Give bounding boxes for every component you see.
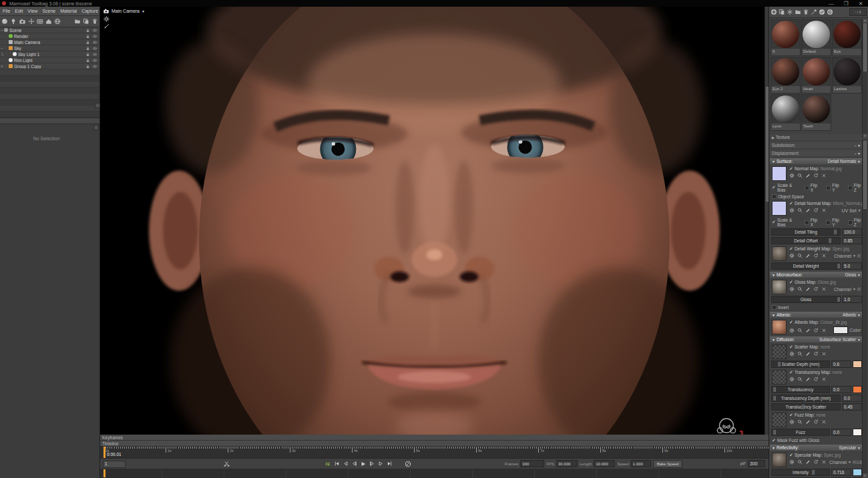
- clear-icon[interactable]: [821, 253, 827, 258]
- timeline-header[interactable]: Timeline: [100, 441, 769, 447]
- pencil-icon[interactable]: [805, 253, 811, 258]
- minimize-button[interactable]: —: [824, 0, 839, 7]
- material-sphere-thumbnail[interactable]: [803, 58, 830, 85]
- material-item[interactable]: Lens: [771, 94, 801, 131]
- clear-icon[interactable]: [821, 208, 827, 213]
- channel-dropdown[interactable]: Channel▼R: [834, 254, 861, 258]
- mask-fuzz-checkbox[interactable]: ✓Mask Fuzz with Gloss: [772, 438, 819, 443]
- albedo-map-thumbnail[interactable]: [772, 320, 787, 334]
- gear-icon[interactable]: [789, 459, 795, 465]
- lock-icon[interactable]: [85, 34, 90, 39]
- lock-icon[interactable]: [85, 46, 90, 51]
- transform-tool-icon[interactable]: [28, 18, 35, 25]
- material-sphere-thumbnail[interactable]: [803, 21, 830, 48]
- color-swatch[interactable]: [833, 326, 848, 334]
- duplicate-icon[interactable]: [83, 18, 89, 25]
- material-item[interactable]: Head: [801, 57, 831, 93]
- delete-icon[interactable]: [91, 18, 98, 25]
- open-folder-icon[interactable]: [74, 18, 81, 25]
- clear-icon[interactable]: [821, 351, 827, 356]
- keyframe-track[interactable]: [100, 469, 769, 478]
- map-label[interactable]: Albedo Map:: [795, 320, 819, 324]
- reload-icon[interactable]: [813, 253, 819, 258]
- map-label[interactable]: Scatter Map:: [795, 344, 819, 349]
- pencil-icon[interactable]: [805, 173, 811, 178]
- map-filename[interactable]: Colour_8k.jpg: [820, 320, 847, 324]
- detail-normal-map-thumbnail[interactable]: [772, 201, 787, 216]
- material-sphere-thumbnail[interactable]: [772, 95, 799, 123]
- reload-icon[interactable]: [813, 419, 819, 425]
- speed-input[interactable]: 1.000: [631, 460, 651, 467]
- delete-material-icon[interactable]: [787, 9, 793, 15]
- menu-item[interactable]: Scene: [42, 9, 55, 13]
- add-backdrop-icon[interactable]: [45, 18, 52, 25]
- skip-to-end-icon[interactable]: [387, 461, 393, 467]
- fuzz-slider[interactable]: Fuzz: [771, 429, 830, 436]
- map-label[interactable]: Fuzz Map:: [795, 413, 815, 417]
- material-name[interactable]: Lens: [771, 124, 800, 130]
- timeline-ruler[interactable]: 0s1s2s3s4s5s6s7s8s9s10s 0:00.01: [100, 447, 769, 459]
- material-pager[interactable]: - / ▲▼: [849, 8, 867, 16]
- material-item[interactable]: Eye 2: [771, 57, 801, 93]
- play-button-icon[interactable]: [360, 461, 367, 467]
- material-name[interactable]: Teeth: [802, 124, 831, 130]
- section-diffusion[interactable]: ▼ Diffusion: Subsurface Scatter ▼: [770, 336, 863, 342]
- material-sphere-thumbnail[interactable]: [803, 95, 830, 123]
- viewport-camera-selector[interactable]: Main Camera ▼: [103, 8, 145, 14]
- map-label[interactable]: Translucency Map:: [795, 370, 831, 375]
- scatter-map-thumbnail[interactable]: [772, 344, 787, 359]
- gear-icon[interactable]: [789, 351, 795, 356]
- collapse-arrow-icon[interactable]: ▼: [772, 446, 775, 450]
- add-sky-icon[interactable]: [54, 18, 61, 25]
- material-name[interactable]: Eye 2: [771, 86, 800, 93]
- playhead[interactable]: [103, 447, 105, 458]
- gloss-slider[interactable]: Gloss: [771, 296, 841, 303]
- current-frame-input[interactable]: 1: [103, 461, 126, 468]
- gear-icon[interactable]: [789, 377, 795, 382]
- apply-material-icon[interactable]: [819, 9, 825, 15]
- pencil-icon[interactable]: [805, 459, 811, 465]
- lock-icon[interactable]: [85, 28, 90, 33]
- collapse-arrow-icon[interactable]: ▼: [772, 273, 775, 277]
- fuzz-color-swatch[interactable]: [853, 429, 862, 436]
- scene-tree-row[interactable]: └ Sky Light 1: [0, 51, 99, 57]
- length-input[interactable]: 10.000: [594, 460, 615, 467]
- flip-x-checkbox[interactable]: Flip X: [805, 218, 819, 227]
- albedo-mode-dropdown[interactable]: Albedo: [843, 312, 856, 317]
- clear-icon[interactable]: [821, 286, 827, 292]
- flip-y-checkbox[interactable]: Flip Y: [826, 183, 840, 192]
- shadow-catcher-icon[interactable]: [37, 18, 43, 25]
- magnify-icon[interactable]: [797, 208, 803, 213]
- refresh-material-icon[interactable]: [827, 9, 833, 15]
- material-sphere-thumbnail[interactable]: [772, 58, 799, 85]
- section-displacement[interactable]: Displacement: - ▼: [770, 150, 863, 156]
- collapse-arrow-icon[interactable]: ▼: [772, 160, 775, 164]
- menu-item[interactable]: Capture: [81, 9, 98, 13]
- menu-item[interactable]: View: [27, 9, 37, 13]
- intensity-value[interactable]: 0.716: [831, 469, 851, 476]
- reload-icon[interactable]: [813, 208, 819, 213]
- section-reflectivity[interactable]: ▼ Reflectivity: Specular ▼: [770, 445, 863, 451]
- tree-scrollbar-corner[interactable]: [95, 103, 100, 108]
- reflectivity-mode-dropdown[interactable]: Specular: [839, 445, 857, 450]
- clear-icon[interactable]: [821, 459, 827, 465]
- tree-expander[interactable]: +: [0, 64, 4, 69]
- add-material-icon[interactable]: [771, 9, 777, 15]
- visibility-eye-icon[interactable]: [92, 52, 97, 57]
- scale-bias-checkbox[interactable]: ✓Scale & Bias: [772, 218, 797, 227]
- gear-icon[interactable]: [789, 173, 795, 178]
- chevron-down-icon[interactable]: ▼: [857, 152, 861, 156]
- reload-icon[interactable]: [813, 328, 819, 333]
- section-surface[interactable]: ▼ Surface: Detail Normals ▼: [770, 158, 863, 164]
- duplicate-material-icon[interactable]: [779, 9, 785, 15]
- reload-icon[interactable]: [813, 286, 819, 292]
- map-label[interactable]: Detail Normal Map:: [795, 201, 832, 206]
- gear-icon[interactable]: [789, 286, 795, 292]
- collapse-arrow-icon[interactable]: ▼: [772, 313, 775, 317]
- specular-color-swatch[interactable]: [853, 469, 862, 476]
- channel-dropdown[interactable]: Channel▼R: [834, 287, 861, 292]
- lock-icon[interactable]: [85, 58, 90, 63]
- map-filename[interactable]: none: [821, 344, 830, 349]
- visibility-eye-icon[interactable]: [92, 28, 97, 33]
- translucency-scatter-value[interactable]: 0.45: [842, 403, 862, 411]
